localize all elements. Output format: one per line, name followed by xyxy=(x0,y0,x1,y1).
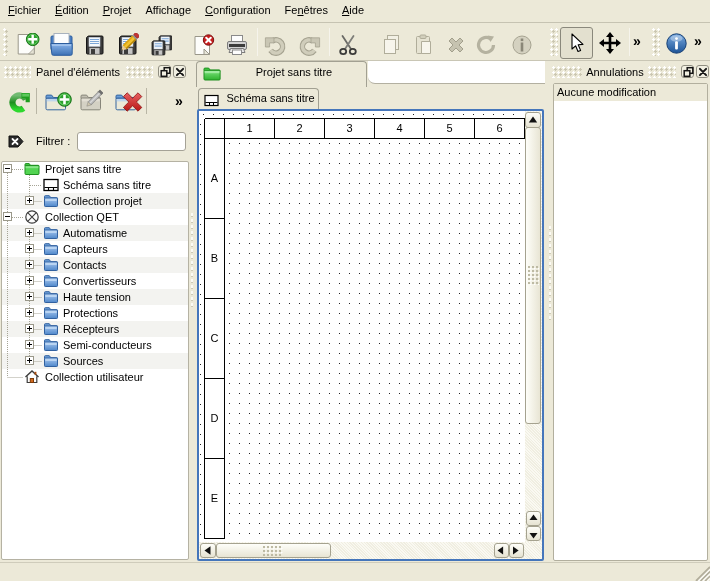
svg-text:E: E xyxy=(211,492,218,504)
svg-text:6: 6 xyxy=(496,122,502,134)
svg-text:4: 4 xyxy=(396,122,402,134)
svg-text:B: B xyxy=(211,252,218,264)
svg-text:A: A xyxy=(211,172,219,184)
svg-text:2: 2 xyxy=(296,122,302,134)
svg-text:5: 5 xyxy=(446,122,452,134)
svg-text:3: 3 xyxy=(346,122,352,134)
svg-text:D: D xyxy=(211,412,219,424)
svg-text:C: C xyxy=(211,332,219,344)
svg-text:1: 1 xyxy=(246,122,252,134)
